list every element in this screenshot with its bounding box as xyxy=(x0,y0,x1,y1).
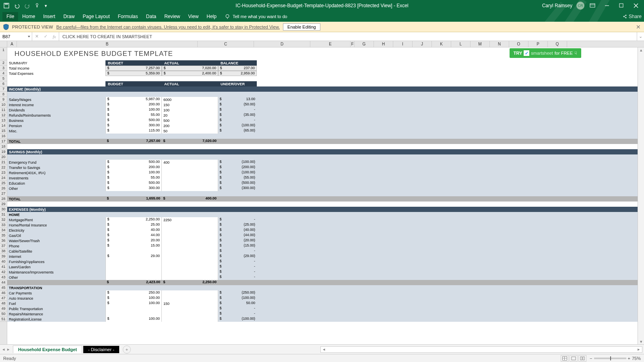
under-over-cell[interactable]: $(29.00) xyxy=(218,254,257,259)
zoom-slider[interactable] xyxy=(594,358,626,359)
cell[interactable] xyxy=(218,139,257,144)
cell[interactable]: Emergency Fund xyxy=(7,160,105,165)
summary-value[interactable]: $7,020.00 xyxy=(162,66,218,71)
avatar[interactable]: CR xyxy=(576,2,584,10)
cell[interactable]: Education xyxy=(7,181,105,186)
col-header[interactable]: H xyxy=(374,41,393,47)
budget-cell[interactable]: $200.00 xyxy=(105,102,162,107)
total-cell[interactable]: $400.00 xyxy=(162,196,218,202)
row-header[interactable]: 28 xyxy=(0,196,7,202)
cell[interactable]: TRANSPORTATION xyxy=(7,285,257,290)
fx-icon[interactable]: fx xyxy=(50,34,59,39)
actual-cell[interactable]: 500 xyxy=(162,118,218,123)
actual-cell[interactable]: 400 xyxy=(162,160,218,165)
actual-cell[interactable]: 100 xyxy=(162,107,218,113)
smartsheet-button[interactable]: TRY ✓ smartsheet for FREE ☟ xyxy=(510,48,581,58)
undo-icon[interactable] xyxy=(12,1,22,10)
actual-cell[interactable]: 20 xyxy=(162,113,218,118)
row-header[interactable]: 16 xyxy=(0,134,7,139)
row-header[interactable]: 20 xyxy=(0,154,7,160)
actual-cell[interactable] xyxy=(162,222,218,228)
cell[interactable]: Fuel xyxy=(7,301,105,306)
cell[interactable]: Phone xyxy=(7,243,105,249)
vertical-scrollbar[interactable]: ▴ ▾ xyxy=(638,47,644,344)
cell[interactable]: SUMMARY xyxy=(7,60,105,66)
col-header[interactable]: A xyxy=(7,41,17,47)
actual-cell[interactable] xyxy=(162,254,218,259)
under-over-cell[interactable]: $50.00 xyxy=(218,301,257,306)
tab-insert[interactable]: Insert xyxy=(39,12,59,21)
row-header[interactable]: 2 xyxy=(0,60,7,66)
touch-mode-icon[interactable] xyxy=(33,1,43,10)
row-header[interactable]: 26 xyxy=(0,186,7,191)
tab-home[interactable]: Home xyxy=(18,12,39,21)
budget-cell[interactable]: $55.00 xyxy=(105,113,162,118)
tell-me-search[interactable]: Tell me what you want to do xyxy=(225,14,287,19)
row-header[interactable]: 24 xyxy=(0,175,7,181)
row-header[interactable]: 9 xyxy=(0,97,7,102)
cell[interactable]: Investments xyxy=(7,175,105,181)
actual-cell[interactable] xyxy=(162,290,218,296)
page-break-view-icon[interactable] xyxy=(578,355,586,362)
tab-scroll-arrows[interactable]: ◂ ▸ xyxy=(0,347,12,352)
cell[interactable]: Cable/Satellite xyxy=(7,249,105,254)
share-button[interactable]: Share xyxy=(622,14,642,19)
budget-cell[interactable]: $40.00 xyxy=(105,228,162,233)
summary-value[interactable]: $2,400.00 xyxy=(162,71,218,76)
row-header[interactable]: 10 xyxy=(0,102,7,107)
cell[interactable]: Pension xyxy=(7,123,105,128)
budget-cell[interactable] xyxy=(105,259,162,264)
row-header[interactable]: 37 xyxy=(0,243,7,249)
cancel-icon[interactable]: ✕ xyxy=(32,34,41,39)
budget-cell[interactable]: $2,250.00 xyxy=(105,217,162,222)
cell[interactable]: SAVINGS (Monthly) xyxy=(7,149,257,154)
col-header[interactable]: M xyxy=(471,41,490,47)
tab-prev-icon[interactable]: ◂ xyxy=(2,347,5,352)
tab-next-icon[interactable]: ▸ xyxy=(7,347,10,352)
under-over-cell[interactable]: $(100.00) xyxy=(218,296,257,301)
budget-cell[interactable]: $29.00 xyxy=(105,254,162,259)
under-over-cell[interactable]: $(100.00) xyxy=(218,317,257,322)
actual-cell[interactable] xyxy=(162,259,218,264)
budget-cell[interactable]: $25.00 xyxy=(105,222,162,228)
normal-view-icon[interactable] xyxy=(561,355,569,362)
page-layout-view-icon[interactable] xyxy=(570,355,578,362)
budget-cell[interactable]: $300.00 xyxy=(105,186,162,191)
col-header[interactable]: C xyxy=(198,41,254,47)
row-header[interactable]: 13 xyxy=(0,118,7,123)
under-over-cell[interactable]: $13.00 xyxy=(218,97,257,102)
col-header[interactable]: F xyxy=(351,41,355,47)
formula-expand-icon[interactable]: ⌄ xyxy=(637,32,644,41)
under-over-cell[interactable]: $(100.00) xyxy=(218,170,257,175)
row-header[interactable]: 33 xyxy=(0,222,7,228)
row-header[interactable]: 7 xyxy=(0,86,7,92)
under-over-cell[interactable]: $- xyxy=(218,118,257,123)
actual-cell[interactable]: 150 xyxy=(162,102,218,107)
under-over-cell[interactable]: $(35.00) xyxy=(218,113,257,118)
row-header[interactable]: 23 xyxy=(0,170,7,175)
row-header[interactable]: 11 xyxy=(0,107,7,113)
col-header[interactable]: K xyxy=(432,41,451,47)
horizontal-scrollbar[interactable]: ◂ ▸ xyxy=(320,346,642,353)
tab-formulas[interactable]: Formulas xyxy=(114,12,142,21)
row-header[interactable]: 51 xyxy=(0,317,7,322)
cell[interactable]: Furnishing/Appliances xyxy=(7,259,105,264)
actual-cell[interactable] xyxy=(162,233,218,238)
actual-cell[interactable]: 150 xyxy=(162,301,218,306)
budget-cell[interactable]: $500.00 xyxy=(105,118,162,123)
cell[interactable]: Business xyxy=(7,118,105,123)
cell[interactable]: TOTAL xyxy=(7,196,105,202)
under-over-cell[interactable]: $(100.00) xyxy=(218,123,257,128)
under-over-cell[interactable]: $(250.00) xyxy=(218,290,257,296)
row-header[interactable]: 46 xyxy=(0,290,7,296)
row-header[interactable]: 21 xyxy=(0,160,7,165)
cell[interactable]: Mortgage/Rent xyxy=(7,217,105,222)
row-header[interactable]: 35 xyxy=(0,233,7,238)
scroll-right-icon[interactable]: ▸ xyxy=(636,347,642,352)
under-over-cell[interactable]: $(15.00) xyxy=(218,243,257,249)
name-box[interactable]: B87 xyxy=(0,32,32,41)
actual-cell[interactable] xyxy=(162,269,218,275)
actual-cell[interactable] xyxy=(162,317,218,322)
row-header[interactable]: 29 xyxy=(0,202,7,207)
row-header[interactable]: 17 xyxy=(0,139,7,144)
